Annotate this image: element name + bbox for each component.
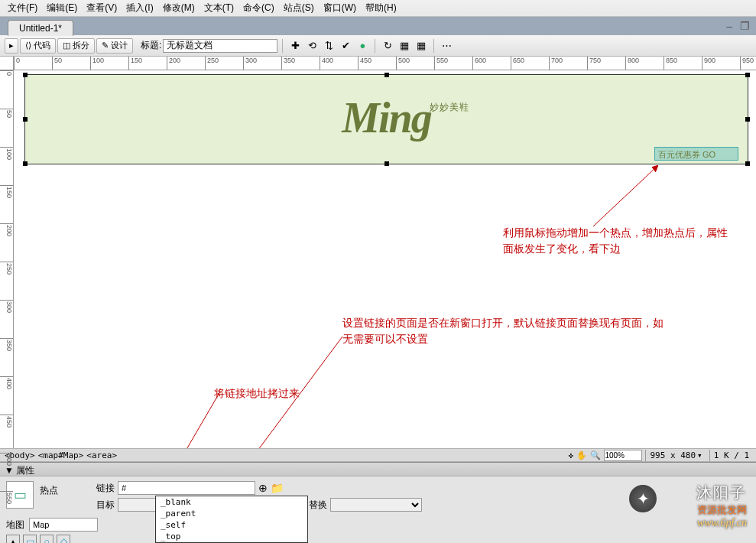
more-icon[interactable]: ⋯ [439,38,454,54]
separator [375,39,375,53]
annotation-text-1: 利用鼠标拖动增加一个热点，增加热点后，属性面板发生了变化，看下边 [503,225,732,257]
menu-commands[interactable]: 命令(C) [238,0,279,16]
file-size: 1 K / 1 [709,450,753,461]
ruler-corner [0,57,14,70]
code-icon: ⟨⟩ [25,41,31,50]
design-icon: ✎ [102,41,109,50]
view-toolbar: ▸ ⟨⟩代码 ◫拆分 ✎设计 标题: ✚ ⟲ ⇅ ✔ ● ↻ ▦ ▦ ⋯ [0,35,756,57]
expand-toolbar-button[interactable]: ▸ [5,38,18,54]
sync-icon[interactable]: ⇅ [321,38,336,54]
link-input[interactable] [118,481,255,495]
split-view-button[interactable]: ◫拆分 [57,38,95,54]
code-view-button[interactable]: ⟨⟩代码 [20,38,56,54]
watermark: 沐阳子 资源批发网 www.6pf.cn [696,483,747,529]
menu-insert[interactable]: 插入(I) [122,0,157,16]
ruler-vertical: 050100150200250300350400450500550 [0,70,14,448]
separator [282,39,283,53]
tag-selector-bar: <body> <map#Map> <area> ✜ ✋ 🔍 995 x 480▾… [0,448,756,462]
browse-folder-icon[interactable]: 📁 [271,482,284,494]
properties-header[interactable]: ▼ 属性 [0,463,756,476]
map-label: 地图 [6,519,24,532]
resize-handle[interactable] [745,161,750,166]
menu-file[interactable]: 文件(F) [3,0,42,16]
menu-edit[interactable]: 编辑(E) [42,0,82,16]
menu-site[interactable]: 站点(S) [279,0,319,16]
oval-hotspot-tool[interactable]: ○ [40,535,54,543]
point-to-file-icon[interactable]: ⊕ [258,482,268,494]
split-icon: ◫ [63,41,70,50]
target-option[interactable]: _top [156,531,307,542]
poly-hotspot-tool[interactable]: ◇ [57,535,70,543]
nav-back-icon[interactable]: ⟲ [304,38,320,54]
logo-graphic: Ming 妙妙美鞋 [25,75,748,142]
tab-bar: Untitled-1* – ❐ [0,17,756,35]
tag-map[interactable]: <map#Map> [37,450,86,460]
minimize-icon[interactable]: – [726,20,732,32]
svg-line-2 [167,392,220,448]
insert-icon[interactable]: ✚ [287,38,303,54]
hotspot-type-label: 热点 [40,481,86,497]
maximize-icon[interactable]: ❐ [740,20,750,32]
workspace: 050100150200250300350400450500550 Ming 妙… [0,70,756,448]
options-icon-2[interactable]: ▦ [414,38,429,54]
canvas-dimensions: 995 x 480▾ [645,450,706,461]
pointer-tool-icon[interactable]: ✜ [569,450,574,460]
options-icon[interactable]: ▦ [397,38,412,54]
title-input[interactable] [163,39,277,53]
tab-window-controls: – ❐ [726,20,750,32]
logo-subtitle: 妙妙美鞋 [430,101,469,114]
check-icon[interactable]: ✔ [338,38,353,54]
zoom-tool-icon[interactable]: 🔍 [590,450,601,460]
target-label: 目标 [92,499,115,512]
design-canvas[interactable]: Ming 妙妙美鞋 百元优惠券 GO 利用鼠标拖动增加一个热点，增加热点后，属性… [14,70,756,448]
alt-select[interactable] [330,498,422,512]
target-option[interactable]: _parent [156,508,307,519]
map-tools: ▴ ▭ ○ ◇ [0,533,756,543]
menu-bar: 文件(F) 编辑(E) 查看(V) 插入(I) 修改(M) 文本(T) 命令(C… [0,0,756,17]
annotation-text-2: 设置链接的页面是否在新窗口打开，默认链接页面替换现有页面，如无需要可以不设置 [342,315,664,347]
hand-tool-icon[interactable]: ✋ [576,450,587,460]
resize-handle[interactable] [384,161,389,166]
wechat-icon: ✦ [629,485,657,512]
menu-text[interactable]: 文本(T) [200,0,238,16]
menu-help[interactable]: 帮助(H) [361,0,401,16]
menu-window[interactable]: 窗口(W) [319,0,361,16]
rect-hotspot-tool[interactable]: ▭ [23,535,37,543]
hotspot-region[interactable]: 百元优惠券 GO [654,147,738,161]
map-name-input[interactable] [29,518,98,532]
target-dropdown[interactable]: _blank _parent _self _top [155,496,308,543]
banner-image[interactable]: Ming 妙妙美鞋 百元优惠券 GO [24,74,748,164]
document-tab[interactable]: Untitled-1* [8,20,73,36]
title-label: 标题: [141,39,161,52]
menu-modify[interactable]: 修改(M) [158,0,200,16]
target-option[interactable]: _self [156,519,307,531]
annotation-text-3: 将链接地址拷过来 [214,385,300,402]
refresh-icon[interactable]: ↻ [380,38,395,54]
svg-line-0 [593,166,657,226]
tag-area[interactable]: <area> [85,450,118,460]
link-label: 链接 [92,482,115,495]
globe-icon[interactable]: ● [355,38,370,54]
zoom-select[interactable] [604,450,642,461]
menu-view[interactable]: 查看(V) [82,0,122,16]
design-view-button[interactable]: ✎设计 [96,38,133,54]
resize-handle[interactable] [23,161,28,166]
pointer-tool[interactable]: ▴ [6,535,20,543]
ruler-horizontal: 0501001502002503003504004505005506006507… [14,57,756,70]
target-option[interactable]: _blank [156,496,307,508]
separator [433,39,434,53]
